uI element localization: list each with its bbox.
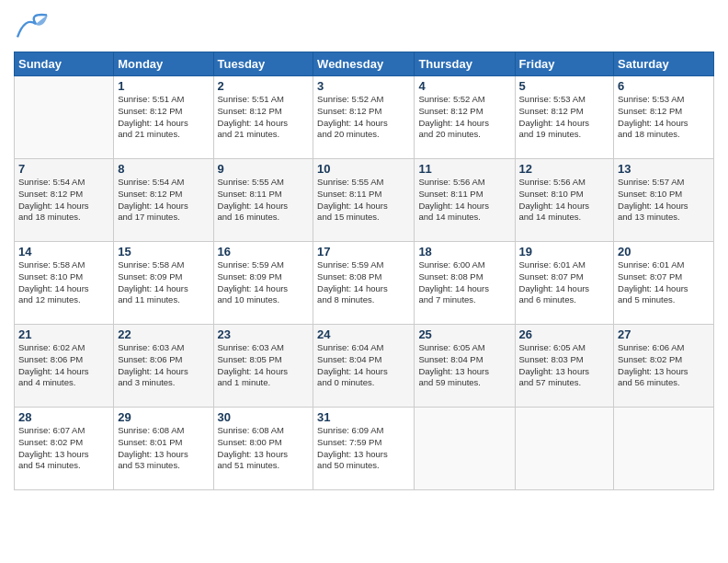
calendar-day-header: Saturday: [614, 52, 714, 76]
day-number: 11: [418, 162, 510, 176]
day-number: 23: [218, 327, 310, 341]
calendar-day-cell: 10Sunrise: 5:55 AM Sunset: 8:11 PM Dayli…: [313, 159, 415, 242]
day-number: 4: [418, 79, 510, 93]
day-info: Sunrise: 5:52 AM Sunset: 8:12 PM Dayligh…: [317, 94, 410, 141]
calendar-day-cell: 21Sunrise: 6:02 AM Sunset: 8:06 PM Dayli…: [15, 325, 114, 408]
day-info: Sunrise: 5:52 AM Sunset: 8:12 PM Dayligh…: [418, 94, 510, 141]
day-info: Sunrise: 6:05 AM Sunset: 8:04 PM Dayligh…: [418, 342, 510, 389]
day-info: Sunrise: 6:00 AM Sunset: 8:08 PM Dayligh…: [418, 259, 510, 306]
calendar-day-header: Tuesday: [213, 52, 313, 76]
calendar-day-cell: 5Sunrise: 5:53 AM Sunset: 8:12 PM Daylig…: [515, 76, 614, 159]
day-info: Sunrise: 5:54 AM Sunset: 8:12 PM Dayligh…: [118, 177, 209, 224]
day-number: 12: [519, 162, 610, 176]
day-info: Sunrise: 5:55 AM Sunset: 8:11 PM Dayligh…: [317, 177, 410, 224]
day-number: 30: [218, 410, 310, 424]
day-info: Sunrise: 5:53 AM Sunset: 8:12 PM Dayligh…: [618, 94, 710, 141]
calendar-day-cell: 16Sunrise: 5:59 AM Sunset: 8:09 PM Dayli…: [213, 242, 313, 325]
calendar-day-header: Wednesday: [313, 52, 415, 76]
day-number: 29: [118, 410, 209, 424]
calendar-day-cell: 19Sunrise: 6:01 AM Sunset: 8:07 PM Dayli…: [515, 242, 614, 325]
day-info: Sunrise: 5:59 AM Sunset: 8:09 PM Dayligh…: [218, 259, 310, 306]
calendar-day-cell: 2Sunrise: 5:51 AM Sunset: 8:12 PM Daylig…: [213, 76, 313, 159]
day-number: 19: [519, 245, 610, 259]
calendar-day-header: Thursday: [415, 52, 515, 76]
calendar-day-cell: 31Sunrise: 6:09 AM Sunset: 7:59 PM Dayli…: [313, 408, 415, 490]
day-number: 14: [18, 245, 109, 259]
day-info: Sunrise: 6:08 AM Sunset: 8:01 PM Dayligh…: [118, 425, 209, 472]
calendar-day-cell: 23Sunrise: 6:03 AM Sunset: 8:05 PM Dayli…: [213, 325, 313, 408]
calendar-header-row: SundayMondayTuesdayWednesdayThursdayFrid…: [15, 52, 714, 76]
day-number: 18: [418, 245, 510, 259]
calendar-day-cell: 4Sunrise: 5:52 AM Sunset: 8:12 PM Daylig…: [415, 76, 515, 159]
calendar-day-cell: 26Sunrise: 6:05 AM Sunset: 8:03 PM Dayli…: [515, 325, 614, 408]
day-info: Sunrise: 5:56 AM Sunset: 8:10 PM Dayligh…: [519, 177, 610, 224]
day-number: 16: [218, 245, 310, 259]
calendar-day-cell: 11Sunrise: 5:56 AM Sunset: 8:11 PM Dayli…: [415, 159, 515, 242]
day-info: Sunrise: 5:51 AM Sunset: 8:12 PM Dayligh…: [118, 94, 209, 141]
day-info: Sunrise: 5:53 AM Sunset: 8:12 PM Dayligh…: [519, 94, 610, 141]
calendar-day-cell: 24Sunrise: 6:04 AM Sunset: 8:04 PM Dayli…: [313, 325, 415, 408]
day-info: Sunrise: 5:58 AM Sunset: 8:10 PM Dayligh…: [18, 259, 109, 306]
calendar-day-cell: 9Sunrise: 5:55 AM Sunset: 8:11 PM Daylig…: [213, 159, 313, 242]
day-info: Sunrise: 5:58 AM Sunset: 8:09 PM Dayligh…: [118, 259, 209, 306]
day-number: 22: [118, 327, 209, 341]
calendar-day-cell: 6Sunrise: 5:53 AM Sunset: 8:12 PM Daylig…: [614, 76, 714, 159]
day-number: 13: [618, 162, 710, 176]
calendar-day-cell: 17Sunrise: 5:59 AM Sunset: 8:08 PM Dayli…: [313, 242, 415, 325]
calendar-day-cell: 8Sunrise: 5:54 AM Sunset: 8:12 PM Daylig…: [114, 159, 213, 242]
calendar-day-cell: 30Sunrise: 6:08 AM Sunset: 8:00 PM Dayli…: [213, 408, 313, 490]
calendar-day-cell: 1Sunrise: 5:51 AM Sunset: 8:12 PM Daylig…: [114, 76, 213, 159]
day-number: 10: [317, 162, 410, 176]
calendar-day-header: Friday: [515, 52, 614, 76]
day-number: 3: [317, 79, 410, 93]
calendar-day-cell: 3Sunrise: 5:52 AM Sunset: 8:12 PM Daylig…: [313, 76, 415, 159]
day-info: Sunrise: 5:57 AM Sunset: 8:10 PM Dayligh…: [618, 177, 710, 224]
calendar-day-cell: 12Sunrise: 5:56 AM Sunset: 8:10 PM Dayli…: [515, 159, 614, 242]
calendar-week-row: 14Sunrise: 5:58 AM Sunset: 8:10 PM Dayli…: [15, 242, 714, 325]
day-number: 9: [218, 162, 310, 176]
day-number: 24: [317, 327, 410, 341]
calendar-day-cell: 20Sunrise: 6:01 AM Sunset: 8:07 PM Dayli…: [614, 242, 714, 325]
day-info: Sunrise: 5:55 AM Sunset: 8:11 PM Dayligh…: [218, 177, 310, 224]
logo-icon: [14, 9, 51, 46]
page-header: [14, 9, 714, 46]
calendar-day-cell: 27Sunrise: 6:06 AM Sunset: 8:02 PM Dayli…: [614, 325, 714, 408]
day-number: 8: [118, 162, 209, 176]
page-container: SundayMondayTuesdayWednesdayThursdayFrid…: [0, 0, 728, 563]
day-number: 26: [519, 327, 610, 341]
calendar-day-cell: 7Sunrise: 5:54 AM Sunset: 8:12 PM Daylig…: [15, 159, 114, 242]
day-number: 31: [317, 410, 410, 424]
calendar-day-header: Monday: [114, 52, 213, 76]
day-number: 25: [418, 327, 510, 341]
calendar-day-header: Sunday: [15, 52, 114, 76]
day-info: Sunrise: 5:59 AM Sunset: 8:08 PM Dayligh…: [317, 259, 410, 306]
calendar-week-row: 1Sunrise: 5:51 AM Sunset: 8:12 PM Daylig…: [15, 76, 714, 159]
calendar-day-cell: [15, 76, 114, 159]
day-number: 2: [218, 79, 310, 93]
calendar-day-cell: 28Sunrise: 6:07 AM Sunset: 8:02 PM Dayli…: [15, 408, 114, 490]
day-info: Sunrise: 5:51 AM Sunset: 8:12 PM Dayligh…: [218, 94, 310, 141]
day-info: Sunrise: 6:01 AM Sunset: 8:07 PM Dayligh…: [618, 259, 710, 306]
calendar-day-cell: 25Sunrise: 6:05 AM Sunset: 8:04 PM Dayli…: [415, 325, 515, 408]
day-number: 20: [618, 245, 710, 259]
day-number: 1: [118, 79, 209, 93]
day-number: 21: [18, 327, 109, 341]
day-number: 28: [18, 410, 109, 424]
day-info: Sunrise: 6:01 AM Sunset: 8:07 PM Dayligh…: [519, 259, 610, 306]
calendar-day-cell: 22Sunrise: 6:03 AM Sunset: 8:06 PM Dayli…: [114, 325, 213, 408]
day-number: 17: [317, 245, 410, 259]
logo: [14, 9, 54, 46]
day-info: Sunrise: 6:06 AM Sunset: 8:02 PM Dayligh…: [618, 342, 710, 389]
calendar-day-cell: [614, 408, 714, 490]
calendar-day-cell: 29Sunrise: 6:08 AM Sunset: 8:01 PM Dayli…: [114, 408, 213, 490]
day-info: Sunrise: 6:08 AM Sunset: 8:00 PM Dayligh…: [218, 425, 310, 472]
calendar-day-cell: 18Sunrise: 6:00 AM Sunset: 8:08 PM Dayli…: [415, 242, 515, 325]
day-info: Sunrise: 6:07 AM Sunset: 8:02 PM Dayligh…: [18, 425, 109, 472]
calendar-week-row: 28Sunrise: 6:07 AM Sunset: 8:02 PM Dayli…: [15, 408, 714, 490]
day-info: Sunrise: 5:54 AM Sunset: 8:12 PM Dayligh…: [18, 177, 109, 224]
day-info: Sunrise: 6:03 AM Sunset: 8:05 PM Dayligh…: [218, 342, 310, 389]
calendar-week-row: 21Sunrise: 6:02 AM Sunset: 8:06 PM Dayli…: [15, 325, 714, 408]
day-info: Sunrise: 6:05 AM Sunset: 8:03 PM Dayligh…: [519, 342, 610, 389]
day-info: Sunrise: 6:02 AM Sunset: 8:06 PM Dayligh…: [18, 342, 109, 389]
calendar-table: SundayMondayTuesdayWednesdayThursdayFrid…: [14, 52, 714, 490]
